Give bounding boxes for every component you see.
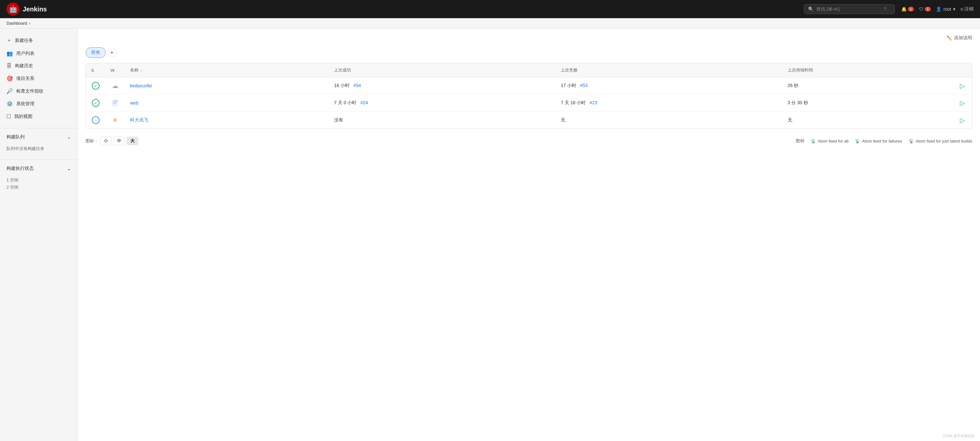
fingerprint-icon: 🔎 [6,88,13,94]
build-queue-header[interactable]: 构建队列 ⌄ [0,131,78,143]
action-cell-1: ▷ [953,77,972,94]
logout-btn[interactable]: ⎋ 注销 [961,6,974,12]
col-header-duration: 上次持续时间 [783,63,953,77]
icon-size-large-btn[interactable]: 大 [127,137,138,145]
add-description-btn[interactable]: ✏️ 添加说明 [947,35,972,41]
run-btn-2[interactable]: ▷ [958,99,967,107]
success-build-link-1[interactable]: #54 [353,83,361,88]
breadcrumb-separator: › [29,21,30,26]
last-success-time-3: 没有 [334,117,343,122]
search-bar[interactable]: 🔍 ? [804,4,895,14]
sidebar-item-new-task[interactable]: ＋ 新建任务 [0,34,78,47]
sidebar-system-manage-label: 系统管理 [16,101,34,107]
col-header-s: S [86,63,105,77]
last-duration-cell-1: 26 秒 [783,77,953,94]
run-btn-1[interactable]: ▷ [958,82,967,89]
last-failure-time-2: 7 天 16 小时 [561,100,585,105]
rss-latest-icon: 📡 [908,139,914,144]
history-icon: 🗄 [6,63,12,69]
sidebar-item-user-list[interactable]: 👥 用户列表 [0,47,78,60]
weather-cell-2: ⛈ [105,94,125,112]
jobs-table-container: S W 名称 ↓ 上次成功 上次失败 上次持续时间 ✓ [86,63,972,129]
footer-bar: 图标： 小 中 大 图例 📡 Atom feed for all 📡 Atom … [86,134,972,148]
watermark: C5DN @不叫猫先生 [943,433,975,438]
last-duration-1: 26 秒 [788,83,799,88]
bell-icon: 🔔 [901,6,907,12]
tab-all[interactable]: 所有 [86,47,106,58]
table-body: ✓ ☁ kedaxunfei 16 小时 #54 1 [86,77,972,129]
icon-size-medium-btn[interactable]: 中 [113,137,125,145]
sidebar-item-file-fingerprint[interactable]: 🔎 检查文件指纹 [0,85,78,97]
build-executor-content: 1 空闲 2 空闲 [0,175,78,193]
sidebar-my-view-label: 我的视图 [14,113,32,120]
main-content: ✏️ 添加说明 所有 + S W 名称 ↓ 上次成功 上次失败 [78,29,980,441]
last-duration-cell-2: 3 分 30 秒 [783,94,953,112]
weather-cloud-icon: ☁ [112,82,118,89]
status-cell-1: ✓ [86,77,105,94]
breadcrumb: Dashboard › [0,18,980,29]
weather-cell-3: ☀ [105,112,125,129]
atom-feed-all-link[interactable]: 📡 Atom feed for all [811,139,849,144]
sidebar-item-system-manage[interactable]: ⚙️ 系统管理 [0,97,78,110]
job-link-3[interactable]: 科大讯飞 [130,117,148,122]
executor-1: 1 空闲 [6,177,71,183]
run-btn-3[interactable]: ▷ [958,116,967,124]
last-success-time-1: 16 小时 [334,83,349,88]
executor-2: 2 空闲 [6,184,71,190]
sidebar-item-project-relation[interactable]: 🎯 项目关系 [0,72,78,85]
jenkins-logo-icon: 🤖 [6,3,19,16]
help-icon[interactable]: ? [884,6,886,12]
legend-btn[interactable]: 图例 [796,138,804,144]
chevron-down-icon: ▾ [953,6,955,12]
shield-icon: 🛡 [919,6,924,12]
sidebar-file-fingerprint-label: 检查文件指纹 [16,88,43,94]
weather-cell-1: ☁ [105,77,125,94]
build-executor-section: 构建执行状态 ⌄ 1 空闲 2 空闲 [0,160,78,193]
breadcrumb-dashboard[interactable]: Dashboard [6,21,27,26]
security-btn[interactable]: 🛡 1 [919,6,931,12]
footer-links: 图例 📡 Atom feed for all 📡 Atom feed for f… [796,138,972,144]
failure-build-link-2[interactable]: #23 [590,100,597,105]
user-icon: 👤 [936,6,942,12]
build-executor-chevron: ⌄ [67,166,71,171]
status-building-icon: ⋯ [92,116,100,124]
sidebar-new-task-label: 新建任务 [15,38,33,43]
atom-feed-failures-link[interactable]: 📡 Atom feed for failures [855,139,902,144]
jobs-table: S W 名称 ↓ 上次成功 上次失败 上次持续时间 ✓ [86,63,972,129]
header-actions: 🔔 1 🛡 1 👤 root ▾ ⎋ 注销 [901,6,974,12]
table-row: ✓ ☁ kedaxunfei 16 小时 #54 1 [86,77,972,94]
job-link-1[interactable]: kedaxunfei [130,83,152,88]
logo[interactable]: 🤖 Jenkins [6,3,47,16]
sidebar-item-my-view[interactable]: ☐ 我的视图 [0,110,78,123]
tabs-bar: 所有 + [86,47,972,58]
icon-size-label: 图标： [86,138,98,144]
user-menu[interactable]: 👤 root ▾ [936,6,955,12]
col-header-action [953,63,972,77]
col-header-name[interactable]: 名称 ↓ [125,63,329,77]
tab-add-btn[interactable]: + [107,48,117,58]
search-input[interactable] [816,6,881,12]
status-cell-3: ⋯ [86,112,105,129]
last-duration-cell-3: 无 [783,112,953,129]
edit-icon: ✏️ [947,35,952,41]
job-link-2[interactable]: web [130,100,138,105]
build-executor-header[interactable]: 构建执行状态 ⌄ [0,162,78,175]
add-desc-label: 添加说明 [954,35,972,41]
layout: ＋ 新建任务 👥 用户列表 🗄 构建历史 🎯 项目关系 🔎 检查文件指纹 ⚙️ … [0,29,980,441]
build-queue-empty-label: 队列中没有构建任务 [6,146,45,151]
logout-label: 注销 [964,6,974,12]
weather-rain-icon: ⛈ [112,99,118,107]
sidebar: ＋ 新建任务 👥 用户列表 🗄 构建历史 🎯 项目关系 🔎 检查文件指纹 ⚙️ … [0,29,78,441]
weather-sun-icon: ☀ [112,117,118,124]
icon-size-small-btn[interactable]: 小 [100,137,111,145]
sidebar-build-history-label: 构建历史 [15,63,33,69]
success-build-link-2[interactable]: #24 [360,100,368,105]
notifications-btn[interactable]: 🔔 1 [901,6,914,12]
table-row: ⋯ ☀ 科大讯飞 没有 无 [86,112,972,129]
sidebar-item-build-history[interactable]: 🗄 构建历史 [0,60,78,72]
atom-feed-latest-link[interactable]: 📡 Atom feed for just latest builds [908,139,972,144]
failure-build-link-1[interactable]: #53 [580,83,588,88]
rss-all-icon: 📡 [811,139,816,144]
icon-size-group: 图标： 小 中 大 [86,137,138,145]
view-icon: ☐ [6,113,11,120]
